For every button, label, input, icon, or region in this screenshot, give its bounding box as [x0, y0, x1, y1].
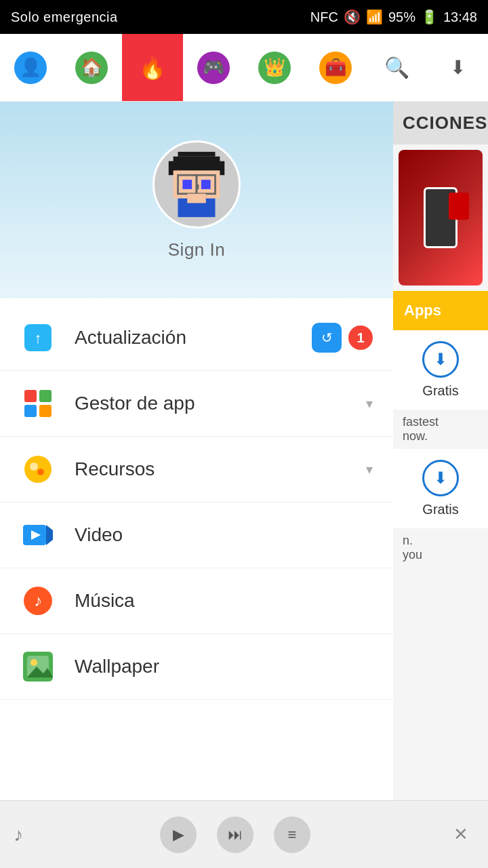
- svg-rect-5: [201, 180, 211, 189]
- panel-text-1: fastest now.: [393, 410, 488, 449]
- body-text-1: fastest: [403, 415, 439, 429]
- gestor-label: Gestor de app: [75, 393, 347, 414]
- video-icon: [20, 517, 56, 553]
- apps-label: Apps: [404, 302, 441, 319]
- menu-item-gestor[interactable]: Gestor de app ▾: [0, 371, 393, 437]
- gestor-icon: [20, 386, 56, 421]
- svg-rect-15: [39, 390, 52, 402]
- avatar[interactable]: [152, 140, 241, 229]
- home-icon: 🏠: [75, 52, 108, 84]
- download-icon: ⬇: [450, 56, 466, 79]
- svg-rect-4: [182, 180, 192, 189]
- svg-rect-0: [178, 151, 216, 156]
- status-icons: NFC 🔇 📶 95% 🔋 13:48: [310, 9, 477, 25]
- svg-point-20: [37, 469, 44, 475]
- svg-point-19: [30, 462, 38, 471]
- panel-text-2: n. you: [393, 528, 488, 568]
- body-text-3: n.: [403, 534, 413, 547]
- nav-profile[interactable]: 👤: [0, 34, 61, 101]
- right-panel: CCIONES Apps ⬇ Gratis fastest now. ⬇ Gra…: [393, 102, 488, 800]
- music-player: ♪ ▶ ⏭ ≡ ✕: [0, 800, 488, 868]
- wifi-icon: 📶: [366, 9, 383, 25]
- actualizacion-badge-wrap: ↺ 1: [312, 323, 373, 353]
- menu-item-video[interactable]: Video: [0, 502, 393, 568]
- svg-rect-8: [197, 184, 199, 189]
- gratis-label-1: Gratis: [422, 383, 458, 399]
- recursos-icon: [20, 452, 56, 487]
- svg-text:♪: ♪: [34, 591, 42, 610]
- nav-crown[interactable]: 👑: [244, 34, 305, 101]
- svg-point-18: [24, 456, 52, 483]
- list-button[interactable]: ≡: [274, 816, 310, 853]
- player-controls: ▶ ⏭ ≡: [37, 816, 434, 853]
- sign-in-label[interactable]: Sign In: [168, 239, 225, 260]
- wallpaper-icon: [20, 649, 56, 684]
- video-label: Video: [75, 524, 373, 546]
- svg-point-28: [30, 659, 37, 666]
- next-button[interactable]: ⏭: [217, 816, 253, 853]
- svg-rect-11: [187, 193, 206, 203]
- main-wrapper: Sign In ↑ Actualización ↺ 1: [0, 102, 488, 800]
- actualizacion-badge-icon: ↺: [312, 323, 342, 353]
- menu-item-musica[interactable]: ♪ Música: [0, 568, 393, 634]
- gamepad-icon: 🎮: [197, 52, 230, 84]
- actualizacion-icon: ↑: [20, 320, 56, 355]
- crown-icon: 👑: [258, 52, 291, 84]
- search-icon: 🔍: [384, 56, 409, 79]
- svg-marker-22: [46, 525, 53, 545]
- sidebar: Sign In ↑ Actualización ↺ 1: [0, 102, 393, 800]
- actualizacion-label: Actualización: [75, 327, 293, 349]
- body-text-2: now.: [403, 429, 428, 443]
- nav-home[interactable]: 🏠: [61, 34, 122, 101]
- nav-bar: 👤 🏠 🔥 🎮 👑 🧰 🔍 ⬇: [0, 34, 488, 102]
- gratis-block-1: ⬇ Gratis: [393, 330, 488, 410]
- svg-rect-14: [24, 390, 37, 402]
- gratis-label-2: Gratis: [422, 502, 458, 517]
- svg-text:↑: ↑: [35, 330, 42, 347]
- gestor-chevron: ▾: [366, 395, 373, 412]
- menu-item-actualizacion[interactable]: ↑ Actualización ↺ 1: [0, 305, 393, 371]
- close-player-button[interactable]: ✕: [447, 821, 474, 848]
- battery-percent: 95%: [388, 9, 415, 25]
- panel-yellow-apps: Apps: [393, 291, 488, 330]
- recursos-chevron: ▾: [366, 461, 373, 477]
- musica-label: Música: [75, 590, 373, 612]
- panel-header-text: CCIONES: [393, 102, 488, 144]
- profile-icon: 👤: [14, 52, 47, 84]
- nav-download[interactable]: ⬇: [427, 34, 488, 101]
- actualizacion-badge-count: 1: [348, 326, 373, 350]
- menu-item-recursos[interactable]: Recursos ▾: [0, 437, 393, 502]
- gratis-block-2: ⬇ Gratis: [393, 449, 488, 528]
- musica-icon: ♪: [20, 583, 56, 618]
- profile-header: Sign In: [0, 102, 393, 298]
- gratis-icon-1: ⬇: [422, 341, 459, 378]
- panel-card-red: [399, 150, 483, 285]
- svg-rect-16: [24, 405, 37, 417]
- menu-item-wallpaper[interactable]: Wallpaper: [0, 634, 393, 700]
- wallpaper-label: Wallpaper: [75, 656, 373, 677]
- nav-games[interactable]: 🎮: [183, 34, 244, 101]
- avatar-image: [159, 147, 234, 222]
- play-button[interactable]: ▶: [160, 816, 197, 853]
- music-note-icon: ♪: [14, 824, 23, 846]
- body-text-4: you: [403, 548, 422, 561]
- gratis-icon-2: ⬇: [422, 460, 459, 496]
- time-display: 13:48: [443, 9, 477, 25]
- tools-icon: 🧰: [319, 52, 352, 84]
- menu-list: ↑ Actualización ↺ 1: [0, 298, 393, 707]
- carrier-text: Solo emergencia: [11, 9, 118, 25]
- flame-icon: 🔥: [136, 52, 169, 84]
- recursos-label: Recursos: [75, 458, 347, 480]
- mute-icon: 🔇: [344, 9, 361, 25]
- status-bar: Solo emergencia NFC 🔇 📶 95% 🔋 13:48: [0, 0, 488, 34]
- panel-card-image: [399, 150, 483, 285]
- nav-trending[interactable]: 🔥: [122, 34, 183, 101]
- nav-tools[interactable]: 🧰: [305, 34, 366, 101]
- nfc-icon: NFC: [310, 9, 338, 25]
- nav-search[interactable]: 🔍: [366, 34, 427, 101]
- battery-icon: 🔋: [421, 9, 438, 25]
- svg-rect-17: [39, 405, 52, 417]
